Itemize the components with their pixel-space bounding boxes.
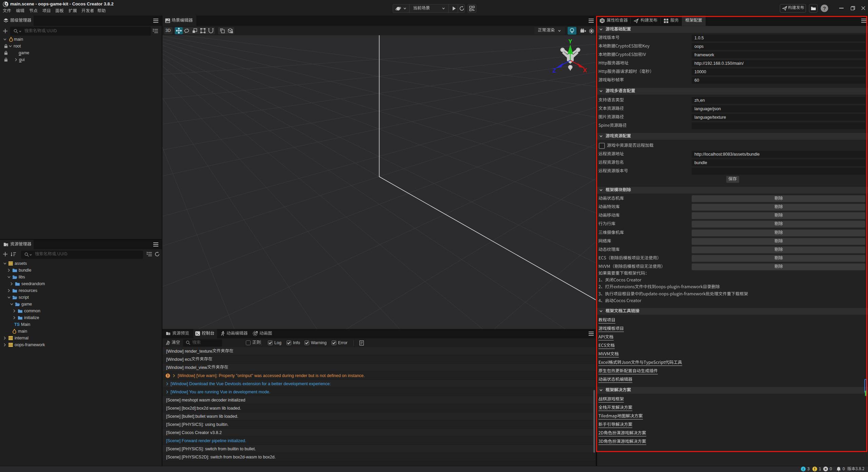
svg-text:Z: Z: [553, 67, 556, 74]
svg-text:X: X: [583, 67, 587, 74]
svg-text:Y: Y: [568, 38, 572, 45]
svg-text:?: ?: [823, 5, 826, 11]
svg-text:i: i: [803, 467, 804, 471]
